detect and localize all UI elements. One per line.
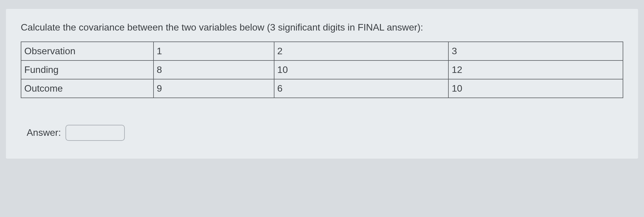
question-container: Calculate the covariance between the two…: [6, 9, 638, 159]
table-row: Funding 8 10 12: [21, 60, 623, 79]
table-row: Outcome 9 6 10: [21, 79, 623, 98]
cell: 10: [274, 60, 449, 79]
data-table: Observation 1 2 3 Funding 8 10 12 Outcom…: [21, 42, 623, 98]
answer-input[interactable]: [65, 125, 125, 141]
cell: 6: [274, 79, 449, 98]
question-prompt: Calculate the covariance between the two…: [21, 21, 623, 34]
answer-row: Answer:: [21, 125, 623, 141]
cell: 1: [154, 42, 274, 60]
row-label: Funding: [21, 60, 154, 79]
answer-label: Answer:: [27, 127, 61, 138]
cell: 8: [154, 60, 274, 79]
cell: 2: [274, 42, 449, 60]
table-row: Observation 1 2 3: [21, 42, 623, 60]
row-label: Observation: [21, 42, 154, 60]
row-label: Outcome: [21, 79, 154, 98]
cell: 9: [154, 79, 274, 98]
cell: 12: [448, 60, 623, 79]
cell: 3: [448, 42, 623, 60]
cell: 10: [448, 79, 623, 98]
